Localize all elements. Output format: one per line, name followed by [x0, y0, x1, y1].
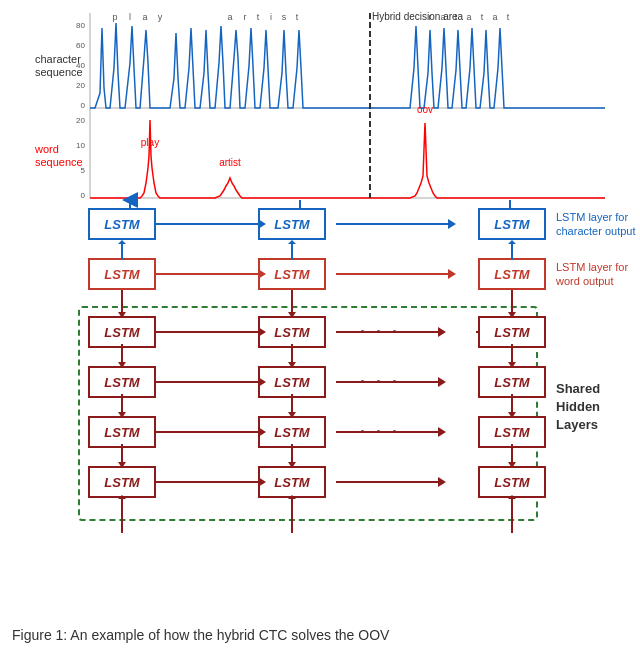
svg-marker-110 — [508, 362, 516, 368]
svg-marker-128 — [508, 495, 516, 499]
svg-marker-81 — [508, 240, 516, 244]
svg-text:r: r — [244, 12, 247, 22]
blue-h-arrows — [88, 208, 558, 240]
svg-text:p: p — [112, 12, 117, 22]
svg-text:a: a — [466, 12, 471, 22]
svg-marker-114 — [288, 412, 296, 418]
svg-text:s: s — [282, 12, 287, 22]
svg-text:80: 80 — [76, 21, 85, 30]
lstm-char-output-label: LSTM layer forcharacter output — [556, 210, 636, 239]
svg-marker-73 — [258, 269, 266, 279]
svg-text:20: 20 — [76, 81, 85, 90]
svg-text:t: t — [296, 12, 299, 22]
svg-text:a: a — [142, 12, 147, 22]
svg-marker-122 — [508, 462, 516, 468]
red-h-arrows — [88, 258, 558, 290]
svg-marker-108 — [288, 362, 296, 368]
svg-marker-71 — [448, 219, 456, 229]
lstm-word-output-label: LSTM layer forword output — [556, 260, 636, 289]
svg-marker-116 — [508, 412, 516, 418]
svg-marker-75 — [448, 269, 456, 279]
svg-marker-69 — [258, 219, 266, 229]
svg-text:l: l — [129, 12, 131, 22]
svg-marker-100 — [118, 312, 126, 318]
svg-text:play: play — [141, 137, 159, 148]
shared-vert-arrows — [60, 290, 560, 520]
svg-marker-112 — [118, 412, 126, 418]
figure-caption: Figure 1: An example of how the hybrid C… — [12, 627, 389, 643]
svg-marker-77 — [118, 240, 126, 244]
svg-text:oov: oov — [417, 104, 433, 115]
svg-marker-120 — [288, 462, 296, 468]
svg-marker-118 — [118, 462, 126, 468]
svg-marker-124 — [118, 495, 126, 499]
svg-text:t: t — [257, 12, 260, 22]
svg-text:10: 10 — [76, 141, 85, 150]
svg-text:t: t — [481, 12, 484, 22]
svg-text:60: 60 — [76, 41, 85, 50]
vert-blue-arrows — [100, 240, 560, 262]
charts-svg: 80 60 40 20 0 20 10 5 0 0 5 10 15 20 25 … — [30, 8, 620, 203]
main-container: 80 60 40 20 0 20 10 5 0 0 5 10 15 20 25 … — [0, 0, 640, 651]
svg-marker-104 — [508, 312, 516, 318]
svg-text:sequence: sequence — [35, 156, 83, 168]
svg-text:20: 20 — [76, 116, 85, 125]
svg-marker-79 — [288, 240, 296, 244]
svg-text:Hybrid decision area: Hybrid decision area — [372, 11, 464, 22]
svg-text:t: t — [507, 12, 510, 22]
svg-text:sequence: sequence — [35, 66, 83, 78]
svg-text:0: 0 — [81, 101, 86, 110]
input-arrows — [88, 495, 558, 535]
svg-text:i: i — [270, 12, 272, 22]
svg-text:word: word — [34, 143, 59, 155]
svg-text:artist: artist — [219, 157, 241, 168]
shared-hidden-label: SharedHiddenLayers — [556, 380, 600, 435]
svg-text:character: character — [35, 53, 81, 65]
svg-text:y: y — [158, 12, 163, 22]
svg-marker-106 — [118, 362, 126, 368]
svg-text:a: a — [492, 12, 497, 22]
svg-text:a: a — [227, 12, 232, 22]
svg-marker-126 — [288, 495, 296, 499]
svg-marker-102 — [288, 312, 296, 318]
